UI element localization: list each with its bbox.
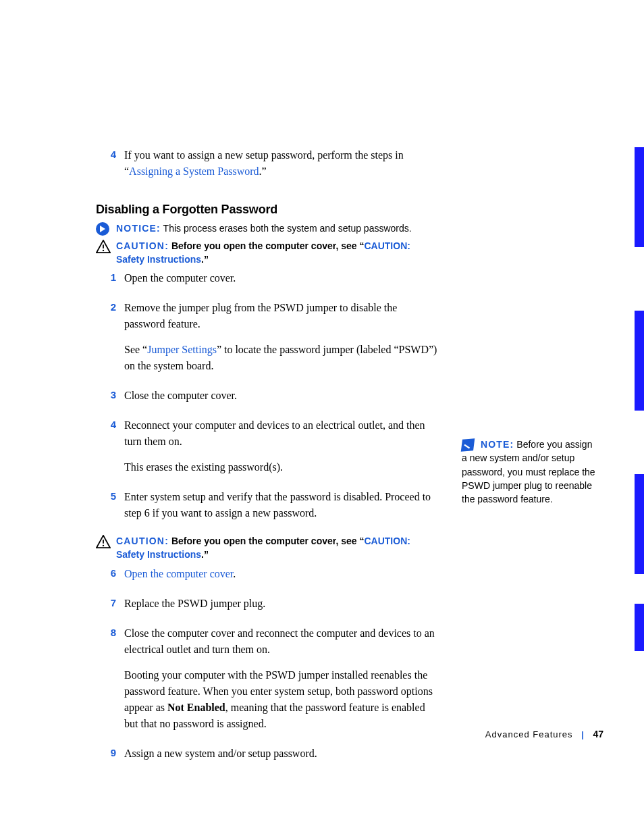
step-body: Open the computer cover. [124, 566, 440, 592]
step-row: 4 If you want to assign a new setup pass… [96, 147, 440, 189]
thumb-tab [635, 604, 644, 651]
step-body: Replace the PSWD jumper plug. [124, 596, 440, 621]
step-body: Open the computer cover. [124, 270, 440, 296]
page-number: 47 [593, 729, 603, 739]
text: Assign a new system and/or setup passwor… [124, 748, 317, 759]
steps-list: 1Open the computer cover.2Remove the jum… [96, 270, 440, 531]
text: Close the computer cover. [124, 390, 237, 401]
step-row: 4Reconnect your computer and devices to … [96, 417, 440, 485]
step-number: 1 [96, 270, 124, 286]
step-body: Remove the jumper plug from the PSWD jum… [124, 300, 440, 384]
step-row: 7Replace the PSWD jumper plug. [96, 596, 440, 621]
note-icon [461, 438, 475, 452]
step-number: 3 [96, 388, 124, 403]
step-number: 7 [96, 596, 124, 611]
step-row: 8Close the computer cover and reconnect … [96, 625, 440, 741]
svg-point-3 [103, 545, 104, 546]
step-row: 1Open the computer cover. [96, 270, 440, 296]
thumb-tab [635, 147, 644, 247]
caution-text: .” [201, 549, 209, 560]
text: .” [259, 165, 267, 177]
margin-note: NOTE: Before you assign a new system and… [462, 438, 597, 506]
step-number: 4 [96, 147, 124, 163]
step-number: 2 [96, 300, 124, 315]
text: Enter system setup and verify that the p… [124, 491, 431, 519]
caution-callout: CAUTION: Before you open the computer co… [96, 535, 440, 561]
page-footer: Advanced Features | 47 [485, 729, 603, 739]
text: Reconnect your computer and devices to a… [124, 419, 425, 447]
text: This erases the existing password(s). [124, 461, 283, 473]
step-number: 5 [96, 489, 124, 504]
main-column: 4 If you want to assign a new setup pass… [96, 147, 440, 775]
separator: | [581, 729, 585, 739]
step-body: Close the computer cover and reconnect t… [124, 625, 440, 741]
step-number: 6 [96, 566, 124, 581]
thumb-tab [635, 474, 644, 574]
text: Close the computer cover and reconnect t… [124, 627, 435, 655]
caution-text: Before you open the computer cover, see … [169, 240, 364, 251]
step-body: Close the computer cover. [124, 388, 440, 413]
step-row: 3Close the computer cover. [96, 388, 440, 413]
notice-icon [96, 222, 113, 236]
section-heading: Disabling a Forgotten Password [96, 203, 440, 217]
step-row: 5Enter system setup and verify that the … [96, 489, 440, 531]
caution-callout: CAUTION: Before you open the computer co… [96, 240, 440, 266]
note-label: NOTE: [481, 439, 514, 450]
step-body: If you want to assign a new setup passwo… [124, 147, 440, 189]
text: Open the computer cover. [124, 272, 236, 284]
section-name: Advanced Features [485, 729, 573, 739]
step-row: 9Assign a new system and/or setup passwo… [96, 746, 440, 771]
step-number: 8 [96, 625, 124, 641]
caution-icon [96, 240, 113, 253]
page: 4 If you want to assign a new setup pass… [0, 0, 644, 834]
caution-label: CAUTION: [116, 536, 169, 546]
step-body: Assign a new system and/or setup passwor… [124, 746, 440, 771]
caution-text: .” [201, 254, 209, 265]
step-body: Enter system setup and verify that the p… [124, 489, 440, 531]
text: . [233, 568, 236, 579]
steps-list: 6Open the computer cover.7Replace the PS… [96, 566, 440, 771]
notice-callout: NOTICE: This process erases both the sys… [96, 222, 440, 236]
notice-label: NOTICE: [116, 223, 161, 234]
cross-reference-link[interactable]: Open the computer cover [124, 568, 233, 579]
thumb-tab [635, 311, 644, 411]
notice-text: This process erases both the system and … [161, 223, 412, 234]
text: Remove the jumper plug from the PSWD jum… [124, 302, 397, 330]
step-row: 2Remove the jumper plug from the PSWD ju… [96, 300, 440, 384]
caution-icon [96, 535, 113, 548]
step-body: Reconnect your computer and devices to a… [124, 417, 440, 485]
cross-reference-link[interactable]: Assigning a System Password [129, 165, 259, 177]
caution-label: CAUTION: [116, 240, 169, 251]
step-row: 6Open the computer cover. [96, 566, 440, 592]
step-number: 9 [96, 746, 124, 761]
text: Replace the PSWD jumper plug. [124, 598, 265, 609]
step-number: 4 [96, 417, 124, 433]
text: See “ [124, 344, 147, 355]
caution-text: Before you open the computer cover, see … [169, 536, 364, 546]
cross-reference-link[interactable]: Jumper Settings [147, 344, 217, 355]
svg-point-1 [103, 250, 104, 251]
emphasis: Not Enabled [167, 702, 225, 713]
